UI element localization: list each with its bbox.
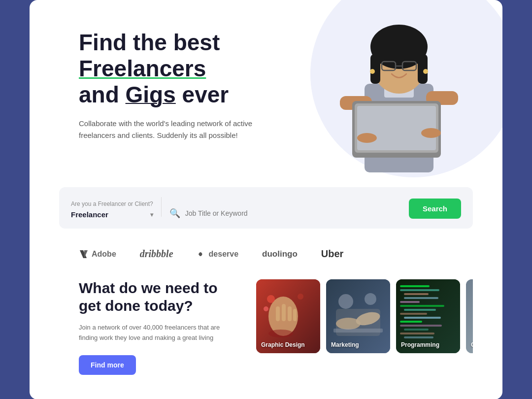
svg-rect-47: [404, 329, 429, 331]
svg-rect-49: [404, 336, 433, 338]
svg-rect-40: [400, 301, 420, 303]
bottom-section: What do we need to get done today? Join …: [30, 279, 502, 399]
logo-dribbble: dribbble: [140, 248, 173, 260]
svg-rect-37: [400, 289, 439, 291]
svg-rect-41: [400, 305, 444, 307]
svg-point-24: [267, 295, 275, 303]
bottom-title: What do we need to get done today?: [79, 279, 227, 315]
categories-grid: Graphic Design: [256, 279, 473, 353]
svg-point-34: [365, 293, 376, 305]
svg-point-17: [423, 69, 428, 74]
bottom-left: What do we need to get done today? Join …: [79, 279, 227, 375]
svg-rect-22: [288, 306, 292, 321]
adobe-icon: [79, 249, 89, 259]
uber-label: Uber: [321, 248, 344, 260]
hero-subtitle: Collaborate with the world's leading net…: [79, 118, 266, 141]
deserve-icon: [197, 250, 206, 259]
deserve-label: deserve: [209, 250, 239, 259]
category-card-programming[interactable]: Programming: [396, 279, 460, 353]
hero-title-part3: ever: [176, 82, 229, 107]
chevron-down-icon: ▾: [150, 211, 153, 218]
hero-image: [296, 0, 473, 182]
hero-title-part2: and: [79, 82, 126, 107]
programming-label: Programming: [401, 341, 439, 348]
category-card-graphic-design[interactable]: Graphic Design: [256, 279, 320, 353]
logo-adobe: Adobe: [79, 249, 116, 259]
logo-deserve: deserve: [197, 250, 239, 259]
copywriting-label: Copywriting: [471, 341, 473, 348]
svg-point-15: [421, 128, 441, 138]
svg-rect-38: [404, 293, 429, 295]
graphic-design-label: Graphic Design: [261, 341, 305, 348]
svg-point-25: [264, 306, 268, 311]
svg-rect-32: [333, 329, 383, 332]
search-label: Are you a Freelancer or Client?: [71, 200, 153, 207]
svg-point-27: [268, 330, 293, 337]
hero-gigs: Gigs: [126, 82, 176, 107]
dropdown-value: Freelancer: [71, 210, 108, 219]
hero-title: Find the best Freelancers and Gigs ever: [79, 30, 315, 108]
marketing-label: Marketing: [331, 341, 359, 348]
adobe-label: Adobe: [92, 250, 116, 259]
svg-rect-45: [400, 321, 422, 323]
search-button[interactable]: Search: [409, 199, 461, 219]
svg-rect-13: [357, 106, 436, 150]
search-bar: Are you a Freelancer or Client? Freelanc…: [59, 187, 473, 229]
svg-point-14: [357, 133, 377, 143]
svg-rect-21: [282, 304, 286, 321]
dribbble-label: dribbble: [140, 248, 173, 260]
person-illustration: [325, 5, 473, 182]
find-more-button[interactable]: Find more: [79, 355, 136, 375]
svg-point-16: [370, 69, 375, 74]
hero-freelancers: Freelancers: [79, 56, 206, 81]
svg-rect-43: [400, 313, 427, 315]
category-card-copywriting[interactable]: Copywriting: [466, 279, 473, 353]
search-icon: 🔍: [169, 208, 180, 219]
svg-rect-39: [404, 297, 438, 299]
logos-section: Adobe dribbble deserve duolingo Uber: [30, 248, 502, 279]
svg-rect-46: [400, 325, 442, 327]
search-input[interactable]: [185, 209, 401, 217]
svg-rect-48: [400, 332, 434, 334]
svg-rect-4: [370, 54, 380, 84]
freelancer-dropdown[interactable]: Freelancer ▾: [71, 210, 153, 219]
svg-point-33: [338, 294, 353, 309]
hero-content: Find the best Freelancers and Gigs ever …: [79, 30, 315, 141]
svg-rect-36: [400, 285, 430, 287]
category-card-marketing[interactable]: Marketing: [326, 279, 390, 353]
search-dropdown-group: Are you a Freelancer or Client? Freelanc…: [71, 200, 153, 219]
hero-section: Find the best Freelancers and Gigs ever …: [30, 0, 502, 187]
svg-rect-44: [404, 317, 441, 319]
svg-rect-23: [293, 309, 297, 321]
search-input-group: 🔍: [169, 208, 401, 219]
bottom-subtitle: Join a network of over 40,000 freelancer…: [79, 323, 227, 343]
main-card: Find the best Freelancers and Gigs ever …: [30, 0, 502, 399]
logo-uber: Uber: [321, 248, 344, 260]
svg-rect-42: [404, 309, 436, 311]
logo-duolingo: duolingo: [262, 249, 298, 259]
hero-title-part1: Find the best: [79, 30, 220, 55]
svg-rect-20: [276, 306, 280, 321]
duolingo-label: duolingo: [262, 249, 298, 259]
svg-rect-5: [418, 54, 428, 84]
search-divider: [161, 197, 162, 217]
svg-point-26: [298, 294, 303, 299]
